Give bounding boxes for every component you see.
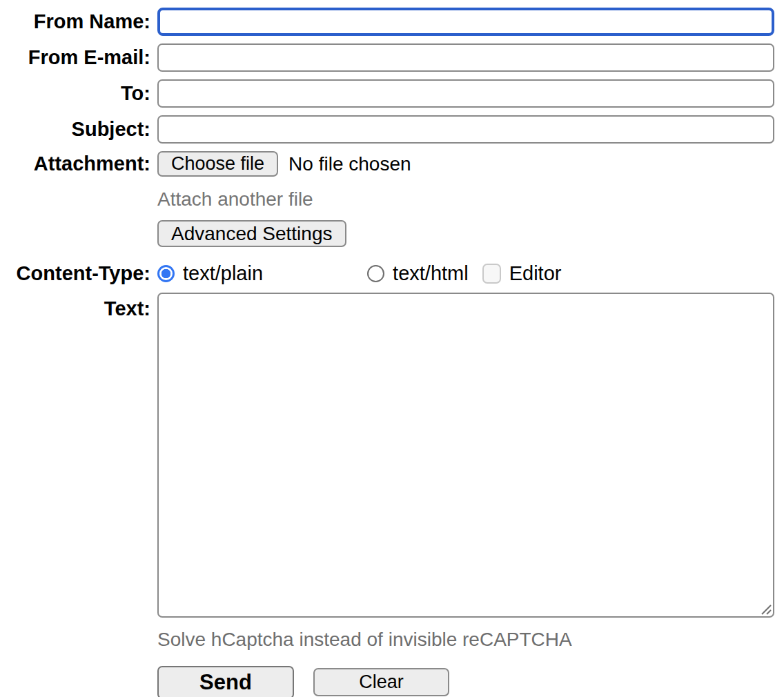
from-email-row: From E-mail: [0,43,774,72]
to-label: To: [0,81,150,106]
buttons-row: Send Clear [0,666,774,697]
subject-row: Subject: [0,115,774,144]
from-name-row: From Name: [0,8,774,36]
content-type-label: Content-Type: [0,262,150,286]
content-type-row: Content-Type: text/plain text/html Edito… [0,262,774,286]
subject-input[interactable] [157,115,774,144]
from-email-label: From E-mail: [0,46,150,70]
subject-label: Subject: [0,117,150,141]
text-plain-label: text/plain [183,262,263,285]
attach-another-row: Attach another file Advanced Settings [0,188,774,262]
send-button[interactable]: Send [157,666,294,697]
editor-label: Editor [509,262,562,285]
from-name-label: From Name: [0,10,150,34]
from-name-input[interactable] [157,8,774,36]
advanced-settings-button[interactable]: Advanced Settings [157,220,346,247]
attach-another-file-link[interactable]: Attach another file [157,188,313,210]
to-row: To: [0,79,774,108]
editor-checkbox[interactable] [482,264,501,284]
text-row: Text: [0,293,774,618]
attachment-label: Attachment: [0,152,150,176]
text-html-label: text/html [393,262,469,285]
no-file-chosen-text: No file chosen [288,153,411,175]
content-type-radio-text-plain[interactable] [157,265,175,282]
email-form: From Name: From E-mail: To: Subject: Att… [0,0,784,697]
choose-file-button[interactable]: Choose file [157,151,278,177]
from-email-input[interactable] [157,43,774,72]
content-type-radio-text-html[interactable] [367,265,384,282]
captcha-row: Solve hCaptcha instead of invisible reCA… [0,618,774,666]
text-label: Text: [0,293,150,321]
attachment-row: Attachment: Choose file No file chosen [0,151,774,177]
text-textarea[interactable] [157,293,774,618]
clear-button[interactable]: Clear [313,668,449,696]
hcaptcha-link[interactable]: Solve hCaptcha instead of invisible reCA… [157,629,572,651]
to-input[interactable] [157,79,774,108]
